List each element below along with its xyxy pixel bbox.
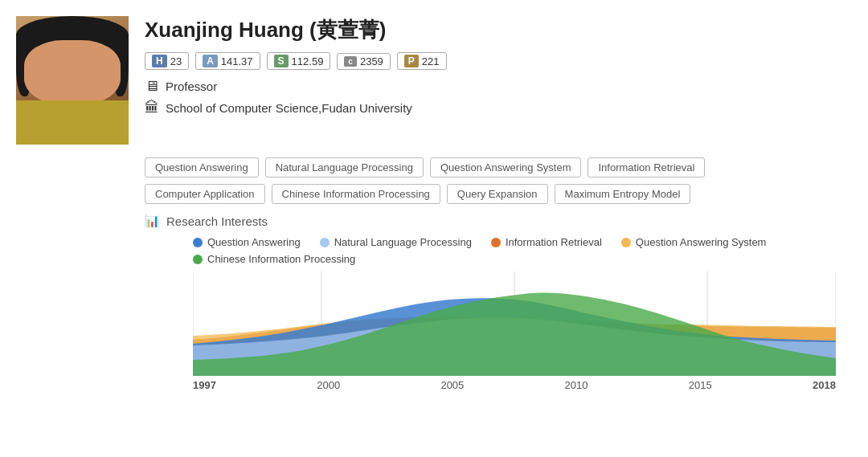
x-label: 2005 (440, 379, 464, 391)
tag[interactable]: Natural Language Processing (265, 157, 424, 177)
section-header: 📊 Research Interests (145, 214, 852, 228)
metric-key: c (344, 56, 357, 67)
metric-key: S (274, 55, 289, 67)
legend-dot (491, 238, 501, 247)
legend-dot (193, 255, 203, 264)
metrics-row: H23A141.37S112.59c2359P221 (145, 52, 852, 70)
metric-badge: S112.59 (267, 52, 331, 70)
legend-item: Chinese Information Processing (193, 253, 355, 265)
metric-badge: A141.37 (195, 52, 260, 70)
metric-key: P (404, 55, 419, 67)
tag[interactable]: Question Answering System (430, 157, 582, 177)
legend-label: Question Answering (207, 236, 301, 248)
profile-name: Xuanjing Huang (黄萱菁) (145, 16, 852, 44)
x-label: 1997 (193, 379, 216, 391)
x-label: 2015 (689, 379, 712, 391)
legend-dot (621, 238, 631, 247)
metric-key: H (152, 55, 167, 67)
legend-item: Question Answering (193, 236, 301, 248)
section-label: Research Interests (166, 214, 268, 228)
school-name: School of Computer Science,Fudan Univers… (166, 101, 412, 115)
chart-container: 199720002005201020152018 (193, 271, 836, 400)
tag[interactable]: Computer Application (145, 184, 265, 204)
legend-dot (193, 238, 203, 247)
chart-area (193, 271, 836, 376)
x-label: 2018 (813, 379, 836, 391)
tags-section: Question AnsweringNatural Language Proce… (16, 157, 852, 204)
x-label: 2010 (565, 379, 588, 391)
profile-section: Xuanjing Huang (黄萱菁) H23A141.37S112.59c2… (16, 16, 852, 145)
profile-info: Xuanjing Huang (黄萱菁) H23A141.37S112.59c2… (145, 16, 852, 145)
school-row: 🏛 School of Computer Science,Fudan Unive… (145, 100, 852, 116)
legend-label: Chinese Information Processing (207, 253, 355, 265)
tag[interactable]: Query Expansion (447, 184, 548, 204)
chart-legend: Question AnsweringNatural Language Proce… (145, 236, 852, 265)
legend-item: Information Retrieval (491, 236, 602, 248)
metric-value: 112.59 (292, 55, 324, 67)
metric-badge: H23 (145, 52, 189, 70)
tags-row-1: Question AnsweringNatural Language Proce… (145, 157, 852, 177)
professor-row: 🖥 Professor (145, 78, 852, 95)
tag[interactable]: Information Retrieval (588, 157, 705, 177)
metric-value: 221 (422, 55, 440, 67)
tag[interactable]: Maximum Entropy Model (555, 184, 691, 204)
legend-item: Question Answering System (621, 236, 767, 248)
x-label: 2000 (317, 379, 340, 391)
metric-value: 2359 (360, 55, 383, 67)
metric-badge: P221 (397, 52, 447, 70)
tag[interactable]: Chinese Information Processing (272, 184, 440, 204)
legend-label: Natural Language Processing (334, 236, 472, 248)
tag[interactable]: Question Answering (145, 157, 259, 177)
research-interests-section: 📊 Research Interests Question AnsweringN… (16, 214, 852, 400)
school-icon: 🏛 (145, 100, 159, 116)
metric-value: 23 (170, 55, 182, 67)
legend-dot (320, 238, 330, 247)
research-interests-icon: 📊 (145, 214, 160, 228)
tags-row-2: Computer ApplicationChinese Information … (145, 184, 852, 204)
professor-icon: 🖥 (145, 78, 159, 95)
avatar (16, 16, 129, 145)
metric-key: A (203, 55, 218, 67)
x-axis-labels: 199720002005201020152018 (193, 376, 836, 394)
legend-label: Information Retrieval (506, 236, 602, 248)
metric-value: 141.37 (221, 55, 253, 67)
legend-item: Natural Language Processing (320, 236, 472, 248)
legend-label: Question Answering System (636, 236, 767, 248)
metric-badge: c2359 (337, 53, 390, 70)
professor-title: Professor (166, 80, 217, 93)
chart-svg (193, 271, 836, 376)
